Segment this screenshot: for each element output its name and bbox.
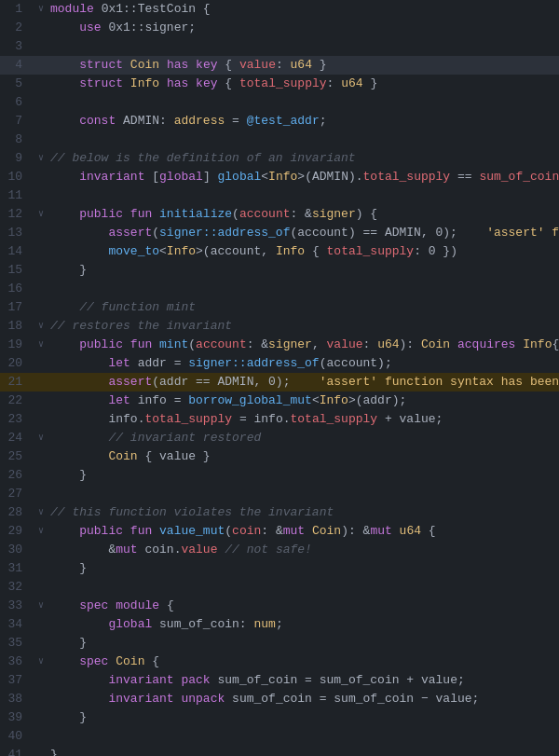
line-content-29: public fun value_mut(coin: &mut Coin): &… (48, 522, 559, 541)
line-num-39: 39 (0, 708, 34, 727)
line-content-31: } (48, 559, 559, 578)
line-num-20: 20 (0, 354, 34, 373)
code-line-22: 22 let info = borrow_global_mut<Info>(ad… (0, 392, 559, 410)
line-num-33: 33 (0, 597, 34, 615)
line-num-24: 24 (0, 429, 34, 447)
line-num-18: 18 (0, 317, 34, 336)
line-num-15: 15 (0, 261, 34, 280)
line-num-19: 19 (0, 336, 34, 354)
line-content-5: struct Info has key { total_supply: u64 … (48, 75, 559, 93)
fold-4 (34, 56, 48, 75)
line-num-14: 14 (0, 242, 34, 261)
code-line-1: 1 ∨ module 0x1::TestCoin { (0, 0, 559, 19)
line-content-40 (48, 727, 559, 746)
code-line-37: 37 invariant pack sum_of_coin = sum_of_c… (0, 671, 559, 690)
line-content-13: assert(signer::address_of(account) == AD… (48, 224, 559, 242)
fold-40 (34, 727, 48, 746)
fold-25 (34, 447, 48, 466)
line-num-36: 36 (0, 653, 34, 671)
fold-14 (34, 242, 48, 261)
fold-21 (34, 373, 48, 392)
line-content-6 (48, 93, 559, 112)
line-content-9: // below is the definition of an invaria… (48, 149, 559, 168)
line-content-1: module 0x1::TestCoin { (48, 0, 559, 19)
fold-8 (34, 131, 48, 149)
line-content-20: let addr = signer::address_of(account); (48, 354, 559, 373)
code-line-3: 3 (0, 37, 559, 56)
fold-39 (34, 708, 48, 727)
fold-12[interactable]: ∨ (34, 205, 48, 224)
line-content-7: const ADMIN: address = @test_addr; (48, 112, 559, 131)
fold-13 (34, 224, 48, 242)
fold-7 (34, 112, 48, 131)
code-line-10: 10 invariant [global] global<Info>(ADMIN… (0, 168, 559, 186)
code-line-35: 35 } (0, 634, 559, 653)
fold-9[interactable]: ∨ (34, 149, 48, 168)
code-line-38: 38 invariant unpack sum_of_coin = sum_of… (0, 690, 559, 708)
line-content-14: move_to<Info>(account, Info { total_supp… (48, 242, 559, 261)
line-num-31: 31 (0, 559, 34, 578)
fold-38 (34, 690, 48, 708)
fold-1[interactable]: ∨ (34, 0, 48, 19)
code-line-20: 20 let addr = signer::address_of(account… (0, 354, 559, 373)
line-content-22: let info = borrow_global_mut<Info>(addr)… (48, 392, 559, 410)
code-line-15: 15 } (0, 261, 559, 280)
line-content-37: invariant pack sum_of_coin = sum_of_coin… (48, 671, 559, 690)
line-content-19: public fun mint(account: &signer, value:… (48, 336, 559, 354)
code-line-8: 8 (0, 131, 559, 149)
line-content-35: } (48, 634, 559, 653)
code-line-19: 19 ∨ public fun mint(account: &signer, v… (0, 336, 559, 354)
line-num-37: 37 (0, 671, 34, 690)
code-line-7: 7 const ADMIN: address = @test_addr; (0, 112, 559, 131)
code-line-6: 6 (0, 93, 559, 112)
line-content-41: } (48, 746, 559, 756)
code-line-41: 41 } (0, 746, 559, 756)
fold-3 (34, 37, 48, 56)
code-line-33: 33 ∨ spec module { (0, 597, 559, 615)
code-line-29: 29 ∨ public fun value_mut(coin: &mut Coi… (0, 522, 559, 541)
line-content-3 (48, 37, 559, 56)
line-num-29: 29 (0, 522, 34, 541)
line-content-11 (48, 186, 559, 205)
line-num-28: 28 (0, 503, 34, 522)
fold-29[interactable]: ∨ (34, 522, 48, 541)
line-num-5: 5 (0, 75, 34, 93)
fold-36[interactable]: ∨ (34, 653, 48, 671)
line-content-12: public fun initialize(account: &signer) … (48, 205, 559, 224)
line-num-16: 16 (0, 280, 34, 298)
line-content-38: invariant unpack sum_of_coin = sum_of_co… (48, 690, 559, 708)
code-line-12: 12 ∨ public fun initialize(account: &sig… (0, 205, 559, 224)
fold-19[interactable]: ∨ (34, 336, 48, 354)
code-line-26: 26 } (0, 466, 559, 485)
code-line-2: 2 use 0x1::signer; (0, 19, 559, 37)
code-line-11: 11 (0, 186, 559, 205)
line-num-32: 32 (0, 578, 34, 597)
line-content-32 (48, 578, 559, 597)
code-line-40: 40 (0, 727, 559, 746)
fold-24[interactable]: ∨ (34, 429, 48, 447)
line-content-24: // invariant restored (48, 429, 559, 447)
fold-32 (34, 578, 48, 597)
line-num-34: 34 (0, 615, 34, 634)
fold-6 (34, 93, 48, 112)
fold-22 (34, 392, 48, 410)
fold-28[interactable]: ∨ (34, 503, 48, 522)
fold-35 (34, 634, 48, 653)
code-line-17: 17 // function mint (0, 298, 559, 317)
code-line-24: 24 ∨ // invariant restored (0, 429, 559, 447)
line-content-17: // function mint (48, 298, 559, 317)
fold-18[interactable]: ∨ (34, 317, 48, 336)
fold-27 (34, 485, 48, 503)
line-num-30: 30 (0, 541, 34, 559)
line-num-25: 25 (0, 447, 34, 466)
fold-37 (34, 671, 48, 690)
fold-2 (34, 19, 48, 37)
code-editor: 1 ∨ module 0x1::TestCoin { 2 use 0x1::si… (0, 0, 559, 756)
line-content-26: } (48, 466, 559, 485)
fold-34 (34, 615, 48, 634)
line-num-23: 23 (0, 410, 34, 429)
code-line-31: 31 } (0, 559, 559, 578)
fold-33[interactable]: ∨ (34, 597, 48, 615)
line-num-2: 2 (0, 19, 34, 37)
code-line-34: 34 global sum_of_coin: num; (0, 615, 559, 634)
